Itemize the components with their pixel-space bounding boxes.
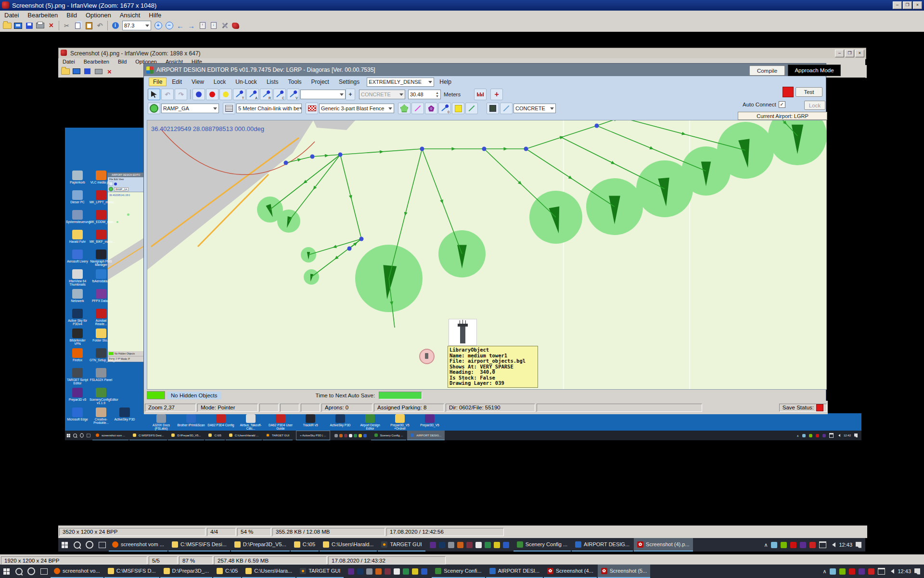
- cut-icon[interactable]: ✂: [62, 21, 72, 30]
- desktop-icon[interactable]: ActiveSky P3D: [113, 407, 136, 421]
- desktop-icon[interactable]: TrackIR v5: [296, 414, 324, 427]
- notification-icon[interactable]: [854, 434, 858, 437]
- blue-node-tool[interactable]: [192, 89, 205, 100]
- pinned-app-icon[interactable]: [334, 434, 338, 437]
- taskbar-button[interactable]: D:\Prepar3D_V5...: [231, 538, 290, 552]
- mini-dot-icon[interactable]: [114, 183, 117, 185]
- tray-icon[interactable]: [822, 434, 826, 437]
- save-icon[interactable]: [24, 21, 34, 30]
- taskbar-button[interactable]: + ActiveSky P3D | ...: [296, 431, 330, 440]
- add-link-type-button[interactable]: +: [346, 89, 355, 100]
- taskbar-button[interactable]: C:\05: [291, 538, 319, 552]
- pinned-app-icon[interactable]: [412, 568, 418, 575]
- undo-icon[interactable]: ↶: [95, 21, 105, 30]
- taskbar-button[interactable]: C:\05: [205, 431, 224, 440]
- tray-expand-icon[interactable]: ∧: [797, 434, 799, 437]
- compile-button[interactable]: Compile: [749, 66, 785, 76]
- pinned-app-icon[interactable]: [385, 568, 391, 575]
- close-button[interactable]: ×: [855, 50, 864, 57]
- mini-ramp-dropdown[interactable]: RAMP_GA: [114, 187, 128, 191]
- cortana-icon[interactable]: [25, 565, 38, 578]
- desktop-icon[interactable]: Dieser PC: [66, 190, 89, 204]
- taskbar-button[interactable]: ✿Screenshot (5...: [598, 565, 651, 578]
- desktop-icon[interactable]: Prepar3D_V5: [416, 414, 444, 427]
- notification-icon[interactable]: [856, 542, 861, 548]
- desktop-icon[interactable]: Navigraph FMS Manager: [90, 250, 113, 266]
- slideshow-icon[interactable]: [71, 67, 81, 76]
- open-icon[interactable]: [2, 21, 12, 30]
- desktop-icon[interactable]: FSLA32X Panel: [90, 368, 113, 381]
- print-icon[interactable]: [93, 67, 103, 76]
- pinned-app-icon[interactable]: [430, 542, 436, 548]
- tray-icon[interactable]: [849, 568, 855, 575]
- pinned-app-icon[interactable]: [457, 542, 463, 548]
- pinned-app-icon[interactable]: [466, 542, 473, 548]
- taskbar-button[interactable]: C:\Users\Harald...: [320, 538, 377, 552]
- search-icon[interactable]: [71, 538, 83, 552]
- network-icon[interactable]: [878, 568, 885, 575]
- lock-button[interactable]: Lock: [804, 101, 825, 110]
- surface-dropdown[interactable]: CONCRETE: [359, 90, 405, 99]
- task-view-icon[interactable]: [96, 538, 108, 552]
- link-tool-a[interactable]: A: [246, 89, 259, 100]
- blastfence-type-dropdown[interactable]: Generic 3-part Blast Fence: [319, 104, 394, 113]
- taskbar-button[interactable]: AIRPORT DESIG...: [572, 538, 633, 552]
- desktop-icon[interactable]: Bitdefender VPN: [66, 328, 89, 345]
- maximize-button[interactable]: ❐: [903, 1, 912, 9]
- desktop-icon[interactable]: Systemsteuerung: [66, 210, 89, 223]
- pinned-app-icon[interactable]: [439, 542, 445, 548]
- desktop-icon[interactable]: GTN_Setup_and_Doc...: [90, 348, 113, 362]
- menu-item[interactable]: Ansicht: [116, 12, 145, 19]
- pointer-tool-button[interactable]: [148, 89, 160, 100]
- desktop-icon[interactable]: MK_EDDW_man...: [90, 210, 113, 223]
- taskbar-button[interactable]: AIRPORT DESI...: [486, 565, 543, 578]
- menu-item[interactable]: Bearbeiten: [23, 12, 62, 19]
- map-area[interactable]: 36.402129549 28.088798513 000.00deg Libr…: [147, 120, 827, 390]
- desktop-icon[interactable]: Active Sky für P3Dv4: [66, 309, 89, 326]
- irfanview-logo-icon[interactable]: [231, 21, 241, 30]
- paste-icon[interactable]: [84, 21, 94, 30]
- print-icon[interactable]: [35, 21, 45, 30]
- pages-up-icon[interactable]: ↑: [197, 21, 207, 30]
- pinned-app-icon[interactable]: [403, 568, 409, 575]
- blastfence-tool-button[interactable]: [306, 103, 318, 114]
- desktop-icon[interactable]: DA62 P3D4 Config: [207, 414, 235, 427]
- desktop-icon[interactable]: Netzwerk: [66, 289, 89, 302]
- taskbar-button[interactable]: C:\MSFS\FS D...: [104, 565, 159, 578]
- ade-menu-item-file[interactable]: File: [149, 78, 167, 86]
- taskbar-button[interactable]: D:\Prepar3D_...: [160, 565, 212, 578]
- desktop-icon[interactable]: A320X Docs (FSLabs): [147, 414, 175, 430]
- desktop-icon[interactable]: fsAerodata...: [90, 269, 113, 283]
- ade-menu-item-help[interactable]: Help: [435, 79, 456, 85]
- approach-mode-button[interactable]: Approach Mode: [788, 65, 841, 76]
- exclusion-tool-button[interactable]: 0: [425, 103, 437, 114]
- start-button[interactable]: [58, 538, 71, 552]
- volume-icon[interactable]: [837, 434, 840, 437]
- taskbar-button[interactable]: C:\05: [213, 565, 241, 578]
- desktop-icon[interactable]: Prepar3D v5: [66, 388, 89, 401]
- desktop-icon[interactable]: Airbus_Takeoff-Calc...: [237, 414, 265, 430]
- pinned-app-icon[interactable]: [354, 434, 357, 437]
- taskbar-button[interactable]: C:\MSFS\FS Desi...: [129, 431, 167, 440]
- minimize-button[interactable]: –: [835, 50, 844, 57]
- yellow-area-tool[interactable]: [452, 103, 464, 114]
- grid-tool-button[interactable]: [223, 103, 235, 114]
- ade-menu-item-un-lock[interactable]: Un-Lock: [231, 79, 261, 85]
- desktop-icon[interactable]: Harald Fuhr: [66, 230, 89, 243]
- ade-menu-item-tools[interactable]: Tools: [284, 79, 306, 85]
- menu-item[interactable]: Hilfe: [144, 12, 166, 19]
- task-view-icon[interactable]: [87, 433, 90, 438]
- auto-connect-checkbox[interactable]: ✓: [779, 101, 785, 108]
- tray-icon[interactable]: [859, 568, 865, 575]
- menu-item[interactable]: Datei: [58, 59, 79, 65]
- taskbar-button[interactable]: screenshot vom ...: [92, 431, 128, 440]
- desktop-icon[interactable]: Airport Design Editor: [356, 414, 384, 430]
- link-tool-t[interactable]: T: [233, 89, 245, 100]
- selected-object-marker[interactable]: [419, 349, 435, 364]
- slope-line-tool[interactable]: [500, 103, 513, 114]
- taskbar-button[interactable]: AIRPORT DESIG...: [407, 431, 445, 440]
- dark-tool-button[interactable]: [487, 103, 499, 114]
- pinned-app-icon[interactable]: [503, 542, 509, 548]
- pinned-app-icon[interactable]: [366, 568, 372, 575]
- desktop-icon[interactable]: SceneryConfigEditor v1.1.9: [90, 388, 113, 405]
